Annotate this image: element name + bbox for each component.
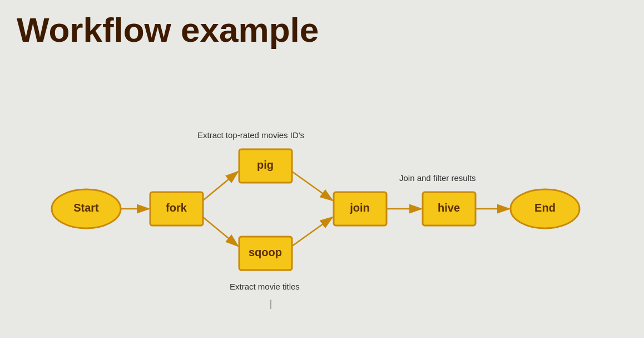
svg-text:fork: fork	[166, 202, 187, 214]
workflow-diagram: Start fork pig sqoop join hive	[0, 67, 644, 338]
svg-text:End: End	[534, 202, 556, 214]
svg-text:Start: Start	[73, 202, 99, 214]
page-title: Workflow example	[0, 0, 644, 60]
svg-text:hive: hive	[438, 202, 460, 214]
label-pig: Extract top-rated movies ID's	[197, 130, 304, 140]
svg-text:join: join	[349, 202, 370, 214]
node-join: join	[334, 192, 387, 226]
node-sqoop: sqoop	[239, 237, 292, 270]
node-end: End	[511, 189, 579, 228]
arrow-fork-sqoop	[203, 217, 238, 246]
node-pig: pig	[239, 149, 292, 183]
svg-text:pig: pig	[257, 159, 274, 171]
arrow-pig-join	[292, 172, 333, 200]
label-sqoop: Extract movie titles	[230, 282, 300, 291]
arrow-fork-pig	[203, 172, 238, 200]
svg-text:sqoop: sqoop	[249, 246, 282, 258]
node-fork: fork	[150, 192, 203, 226]
node-start: Start	[52, 189, 121, 228]
arrow-sqoop-join	[292, 217, 333, 246]
node-hive: hive	[423, 192, 475, 226]
label-hive: Join and filter results	[399, 173, 476, 183]
